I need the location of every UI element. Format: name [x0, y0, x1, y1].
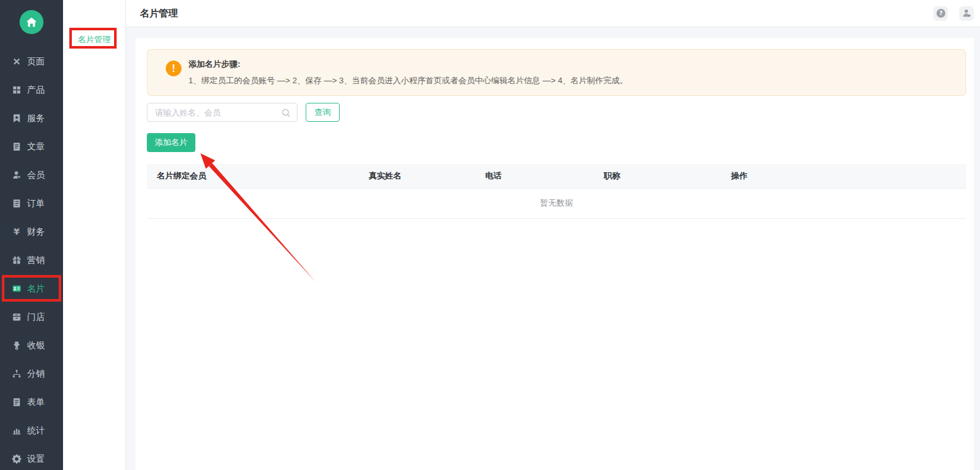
secondary-sidebar: 名片管理: [63, 0, 126, 470]
sidebar-item-label: 产品: [27, 85, 45, 96]
add-card-button[interactable]: 添加名片: [147, 133, 195, 152]
help-button[interactable]: ?: [933, 6, 948, 21]
sidebar-item-services[interactable]: 服务: [0, 104, 63, 132]
sidebar-item-label: 订单: [27, 198, 45, 209]
tools-icon: [11, 57, 21, 67]
sidebar-item-finance[interactable]: ¥ 财务: [0, 218, 63, 246]
table-empty-row: 暂无数据: [147, 188, 966, 218]
member-icon: [11, 170, 21, 180]
bookmark-star-icon: [11, 114, 21, 124]
sidebar-item-label: 会员: [27, 170, 45, 181]
sidebar-item-cashier[interactable]: 收银: [0, 331, 63, 360]
yen-icon: ¥: [11, 227, 21, 237]
user-star-icon: [962, 8, 972, 18]
sidebar-item-members[interactable]: 会员: [0, 161, 63, 189]
sidebar-item-label: 统计: [27, 425, 45, 437]
article-icon: [11, 142, 21, 152]
sidebar-item-label: 名片: [27, 283, 45, 295]
search-icon: [281, 108, 291, 118]
column-actions: 操作: [721, 164, 966, 188]
table-header-row: 名片绑定会员 真实姓名 电话 职称 操作: [147, 164, 966, 188]
query-button[interactable]: 查询: [306, 103, 340, 122]
distribution-icon: [11, 369, 21, 379]
sidebar-nav: 页面 产品 服务 文章 会员: [0, 47, 63, 470]
column-phone: 电话: [475, 164, 594, 188]
sidebar-item-label: 收银: [27, 340, 45, 351]
sidebar-item-cards[interactable]: 名片: [0, 274, 63, 303]
column-title: 职称: [594, 164, 721, 188]
sidebar-item-label: 表单: [27, 397, 45, 408]
sidebar-item-label: 页面: [27, 56, 45, 68]
column-real-name: 真实姓名: [359, 164, 475, 188]
sidebar-item-distribution[interactable]: 分销: [0, 360, 63, 388]
sidebar-item-products[interactable]: 产品: [0, 76, 63, 104]
sidebar-item-label: 营销: [27, 255, 45, 266]
sidebar-item-stores[interactable]: 门店: [0, 303, 63, 331]
sidebar-item-pages[interactable]: 页面: [0, 47, 63, 76]
sidebar-item-label: 门店: [27, 312, 45, 323]
question-icon: ?: [936, 8, 946, 18]
sidebar-item-articles[interactable]: 文章: [0, 132, 63, 161]
products-grid-icon: [11, 85, 21, 95]
steps-notice: ! 添加名片步骤: 1、绑定员工的会员账号 —> 2、保存 —> 3、当前会员进…: [147, 49, 966, 96]
page-title: 名片管理: [140, 8, 178, 20]
sidebar-item-label: 财务: [27, 226, 45, 238]
business-card-icon: [11, 284, 21, 294]
sidebar-item-marketing[interactable]: 营销: [0, 246, 63, 274]
cards-table: 名片绑定会员 真实姓名 电话 职称 操作 暂无数据: [147, 164, 966, 219]
main-region: 名片管理 ? ! 添加名片步骤: 1、绑定员工的会员账号 —> 2、保存 —> …: [126, 0, 980, 470]
gear-icon: [11, 454, 21, 464]
gift-icon: [11, 256, 21, 266]
sidebar-item-label: 文章: [27, 141, 45, 153]
notice-body: 1、绑定员工的会员账号 —> 2、保存 —> 3、当前会员进入小程序首页或者会员…: [188, 74, 953, 86]
content-card: ! 添加名片步骤: 1、绑定员工的会员账号 —> 2、保存 —> 3、当前会员进…: [135, 38, 974, 470]
submenu-item-card-management[interactable]: 名片管理: [63, 34, 125, 45]
sidebar-item-label: 服务: [27, 113, 45, 124]
search-box: [147, 103, 297, 122]
home-button[interactable]: [20, 10, 43, 34]
primary-sidebar: 页面 产品 服务 文章 会员: [0, 0, 63, 470]
stats-icon: [11, 426, 21, 436]
sidebar-item-label: 设置: [27, 454, 45, 465]
order-icon: [11, 199, 21, 209]
cashier-icon: [11, 341, 21, 351]
exclamation-icon: !: [166, 61, 182, 76]
notice-title: 添加名片步骤:: [188, 58, 953, 71]
search-row: 查询: [147, 103, 966, 122]
top-header: 名片管理 ?: [126, 0, 980, 27]
empty-state-text: 暂无数据: [147, 188, 966, 218]
svg-text:¥: ¥: [13, 227, 20, 237]
form-icon: [11, 397, 21, 408]
sidebar-item-stats[interactable]: 统计: [0, 416, 63, 445]
svg-text:?: ?: [939, 9, 943, 16]
sidebar-item-orders[interactable]: 订单: [0, 189, 63, 218]
search-input[interactable]: [147, 103, 297, 121]
sidebar-item-label: 分销: [27, 368, 45, 380]
home-icon: [25, 16, 38, 28]
column-bound-member: 名片绑定会员: [147, 164, 359, 188]
store-icon: [11, 312, 21, 322]
sidebar-item-settings[interactable]: 设置: [0, 445, 63, 470]
account-button[interactable]: [959, 6, 974, 21]
sidebar-item-forms[interactable]: 表单: [0, 388, 63, 416]
